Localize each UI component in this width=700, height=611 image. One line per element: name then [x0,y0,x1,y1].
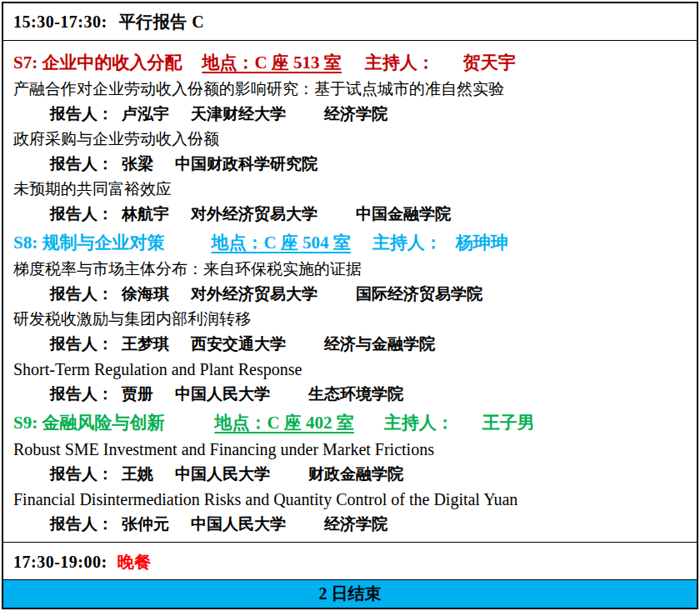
presenter-label: 报告人： [50,105,113,123]
presenter-line: 报告人：王梦琪西安交通大学经济与金融学院 [13,332,687,357]
presenter-school: 中国金融学院 [356,205,451,223]
presenter-affiliation: 中国人民大学 [175,385,270,403]
session-header: S8: 规制与企业对策地点：C 座 504 室主持人：杨珅珅 [13,229,687,257]
timeslot-time: 15:30-17:30: [13,13,108,31]
paper-title: 产融合作对企业劳动收入份额的影响研究：基于试点城市的准自然实验 [13,77,687,102]
paper-title: Financial Disintermediation Risks and Qu… [13,487,687,512]
chair-label: 主持人： [372,233,442,253]
sessions-cell: S7: 企业中的收入分配地点：C 座 513 室主持人：贺天宇 产融合作对企业劳… [3,40,697,542]
presenter-label: 报告人： [50,385,113,403]
program-table: 15:30-17:30:平行报告 C S7: 企业中的收入分配地点：C 座 51… [2,2,698,609]
session-title: 金融风险与创新 [42,413,164,433]
presenter-line: 报告人：林航宇对外经济贸易大学中国金融学院 [13,202,687,227]
timeslot-header-row: 15:30-17:30:平行报告 C [3,3,697,40]
session-s8: S8: 规制与企业对策地点：C 座 504 室主持人：杨珅珅 梯度税率与市场主体… [13,229,687,407]
presenter-school: 经济与金融学院 [324,335,435,353]
presenter-label: 报告人： [50,465,113,483]
session-title: 企业中的收入分配 [42,53,182,73]
paper-title: 梯度税率与市场主体分布：来自环保税实施的证据 [13,257,687,282]
paper-title: 未预期的共同富裕效应 [13,177,687,202]
presenter-line: 报告人：张梁中国财政科学研究院 [13,152,687,177]
presenter-label: 报告人： [50,155,113,173]
session-s7: S7: 企业中的收入分配地点：C 座 513 室主持人：贺天宇 产融合作对企业劳… [13,49,687,227]
paper-title: 政府采购与企业劳动收入份额 [13,127,687,152]
presenter-school: 国际经济贸易学院 [356,285,482,303]
presenter-label: 报告人： [50,515,113,533]
presenter-affiliation: 中国人民大学 [175,465,270,483]
dinner-row: 17:30-19:00:晚餐 [3,542,697,579]
presenter-line: 报告人：徐海琪对外经济贸易大学国际经济贸易学院 [13,282,687,307]
presenter-school: 经济学院 [324,515,388,533]
presenter-affiliation: 西安交通大学 [191,335,286,353]
session-location: 地点：C 座 504 室 [211,233,350,253]
paper-title: Robust SME Investment and Financing unde… [13,437,687,462]
presenter-label: 报告人： [50,205,113,223]
chair-name: 王子男 [482,413,535,433]
dinner-label: 晚餐 [118,553,152,571]
presenter-affiliation: 对外经济贸易大学 [191,205,318,223]
session-title: 规制与企业对策 [42,233,164,253]
dinner-time: 17:30-19:00: [13,553,108,571]
presenter-name: 林航宇 [122,205,169,223]
chair-name: 杨珅珅 [456,233,508,253]
presenter-affiliation: 中国人民大学 [191,515,286,533]
presenter-label: 报告人： [50,285,113,303]
session-header: S9: 金融风险与创新地点：C 座 402 室主持人：王子男 [13,409,687,437]
presenter-line: 报告人：卢泓宇天津财经大学经济学院 [13,102,687,127]
presenter-school: 生态环境学院 [308,385,403,403]
session-header: S7: 企业中的收入分配地点：C 座 513 室主持人：贺天宇 [13,49,687,77]
presenter-line: 报告人：贾册中国人民大学生态环境学院 [13,382,687,407]
session-s9: S9: 金融风险与创新地点：C 座 402 室主持人：王子男 Robust SM… [13,409,687,537]
presenter-affiliation: 中国财政科学研究院 [175,155,318,173]
paper-title: 研发税收激励与集团内部利润转移 [13,307,687,332]
presenter-affiliation: 对外经济贸易大学 [191,285,318,303]
presenter-school: 经济学院 [324,105,388,123]
session-location: 地点：C 座 402 室 [214,413,353,433]
presenter-school: 财政金融学院 [308,465,403,483]
presenter-name: 张仲元 [122,515,169,533]
presenter-name: 王姚 [122,465,153,483]
paper-title: Short-Term Regulation and Plant Response [13,357,687,382]
timeslot-title: 平行报告 C [119,13,204,31]
day-end-banner: 2 日结束 [3,579,697,608]
presenter-name: 张梁 [122,155,153,173]
session-id: S9: [13,413,38,433]
presenter-label: 报告人： [50,335,113,353]
presenter-name: 徐海琪 [122,285,169,303]
session-id: S8: [13,233,38,253]
presenter-affiliation: 天津财经大学 [191,105,286,123]
presenter-line: 报告人：王姚中国人民大学财政金融学院 [13,462,687,487]
day-end-label: 2 日结束 [319,583,382,605]
chair-name: 贺天宇 [463,53,516,73]
session-location: 地点：C 座 513 室 [202,53,341,73]
session-id: S7: [13,53,38,73]
presenter-name: 贾册 [122,385,153,403]
presenter-line: 报告人：张仲元中国人民大学经济学院 [13,512,687,537]
presenter-name: 卢泓宇 [122,105,169,123]
chair-label: 主持人： [384,413,454,433]
presenter-name: 王梦琪 [122,335,169,353]
chair-label: 主持人： [365,53,435,73]
